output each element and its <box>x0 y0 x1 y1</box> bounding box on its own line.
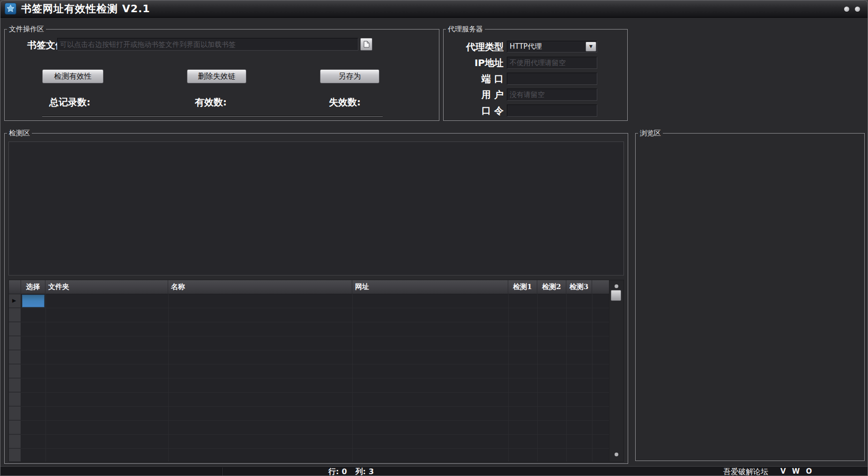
selected-cell[interactable] <box>22 295 45 307</box>
proxy-type-dropdown-button[interactable]: ▼ <box>586 42 596 52</box>
save-as-button[interactable]: 另存为 <box>320 69 379 83</box>
table-grid[interactable] <box>21 294 609 461</box>
current-row-pointer-icon: ▶ <box>12 298 16 303</box>
star-icon <box>6 4 15 13</box>
proxy-type-value: HTTP代理 <box>510 41 542 52</box>
column-header-check3[interactable]: 检测3 <box>566 280 592 294</box>
browse-file-button[interactable] <box>360 38 372 51</box>
column-header-check2[interactable]: 检测2 <box>537 280 566 294</box>
ip-address-input[interactable] <box>507 57 597 69</box>
ip-address-label: IP地址 <box>444 57 504 69</box>
bookmark-table: 选择 文件夹 名称 网址 检测1 检测2 检测3 ▶ <box>8 280 624 462</box>
open-file-icon <box>364 41 370 48</box>
delete-dead-links-button[interactable]: 删除失效链 <box>187 69 246 83</box>
column-header-filler <box>592 280 609 294</box>
invalid-count-label: 失效数: <box>329 96 361 109</box>
column-header-check1[interactable]: 检测1 <box>508 280 537 294</box>
table-header-row: 选择 文件夹 名称 网址 检测1 检测2 检测3 <box>9 280 609 294</box>
title-bar[interactable]: 书签网址有效性检测 V2.1 <box>0 0 868 18</box>
cursor-position: 行: 0 列: 3 <box>328 467 374 476</box>
scroll-up-icon[interactable] <box>615 284 618 288</box>
password-input[interactable] <box>507 104 597 117</box>
window-controls <box>844 7 860 12</box>
password-label: 口 令 <box>444 104 504 117</box>
status-bar: 行: 0 列: 3 吾爱破解论坛 V W O <box>0 466 868 476</box>
grid-column-line <box>168 294 169 461</box>
grid-column-line <box>566 294 567 461</box>
browse-area-group: 浏览区 <box>635 133 865 461</box>
proxy-server-group-label: 代理服务器 <box>446 25 485 33</box>
check-validity-button[interactable]: 检测有效性 <box>42 69 104 83</box>
detection-area-group: 检测区 选择 文件夹 名称 网址 检测1 检测2 检测3 ▶ <box>4 133 628 464</box>
column-header-name[interactable]: 名称 <box>168 280 352 294</box>
detection-log-panel <box>8 141 624 275</box>
close-button[interactable] <box>855 7 860 12</box>
status-row-label: 行: <box>328 467 339 476</box>
grid-column-line <box>45 294 46 461</box>
port-label: 端 口 <box>444 73 504 85</box>
column-header-url[interactable]: 网址 <box>352 280 508 294</box>
scrollbar-thumb[interactable] <box>611 290 621 301</box>
grid-column-line <box>508 294 509 461</box>
column-header-folder[interactable]: 文件夹 <box>45 280 168 294</box>
table-scrollbar[interactable] <box>609 280 623 461</box>
grid-column-line <box>537 294 538 461</box>
scroll-down-icon[interactable] <box>615 453 618 456</box>
browse-area-group-label: 浏览区 <box>638 129 663 137</box>
status-col-label: 列: <box>356 467 366 476</box>
grid-column-line <box>352 294 353 461</box>
column-header-select[interactable]: 选择 <box>21 280 45 294</box>
table-body[interactable]: ▶ <box>9 294 609 461</box>
status-row-value: 0 <box>341 467 347 476</box>
proxy-type-select[interactable]: HTTP代理 ▼ <box>507 41 597 52</box>
username-input[interactable] <box>507 89 597 101</box>
minimize-button[interactable] <box>844 7 849 12</box>
valid-count-label: 有效数: <box>195 96 227 109</box>
total-records-label: 总记录数: <box>49 96 90 109</box>
row-header-column[interactable]: ▶ <box>9 294 21 461</box>
file-operations-group: 文件操作区 书签文件 检测有效性 删除失效链 另存为 总记录数: 有效数: 失效… <box>4 29 439 121</box>
row-header-corner <box>9 280 21 294</box>
username-label: 用 户 <box>444 89 504 101</box>
status-col-value: 3 <box>369 467 374 476</box>
proxy-server-group: 代理服务器 代理类型 HTTP代理 ▼ IP地址 端 口 用 户 口 令 <box>443 29 628 121</box>
window-title: 书签网址有效性检测 V2.1 <box>21 0 150 17</box>
port-input[interactable] <box>507 73 597 85</box>
chevron-down-icon: ▼ <box>589 45 593 49</box>
grid-column-line <box>592 294 593 461</box>
bookmark-file-input[interactable] <box>57 38 358 51</box>
progress-line <box>42 116 383 117</box>
file-operations-group-label: 文件操作区 <box>7 25 46 33</box>
status-bar-divider <box>222 468 223 476</box>
app-icon <box>5 3 16 15</box>
detection-area-group-label: 检测区 <box>7 129 32 137</box>
credit-letters: V W O <box>780 467 814 476</box>
app-window: 书签网址有效性检测 V2.1 文件操作区 书签文件 检测有效性 删除失效链 另存… <box>0 0 868 476</box>
forum-credit: 吾爱破解论坛 <box>723 467 768 476</box>
proxy-type-label: 代理类型 <box>444 41 504 53</box>
